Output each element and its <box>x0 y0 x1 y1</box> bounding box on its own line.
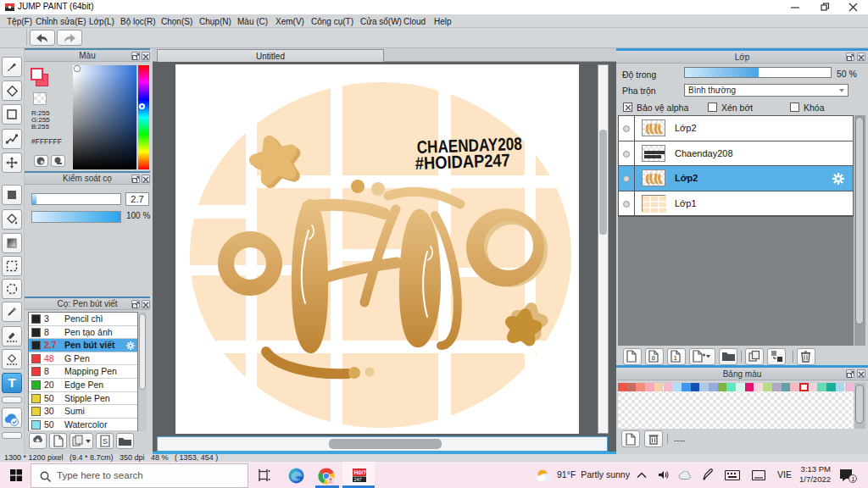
svg-text:247: 247 <box>354 477 362 482</box>
svg-text:1: 1 <box>674 354 678 362</box>
svg-text:8: 8 <box>652 354 656 362</box>
svg-text:1: 1 <box>851 475 855 483</box>
svg-text:Hỏi?: Hỏi? <box>354 469 366 475</box>
svg-text:S: S <box>103 437 108 446</box>
svg-text:#HOIDAP247: #HOIDAP247 <box>415 150 510 173</box>
